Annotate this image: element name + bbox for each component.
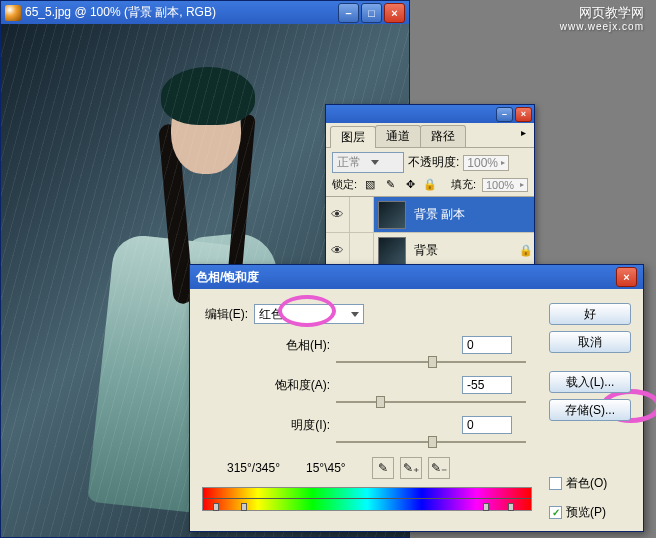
layer-row[interactable]: 👁 背景 副本 — [326, 197, 534, 233]
hue-saturation-dialog: 色相/饱和度 × 编辑(E): 红色 色相(H): 0 饱和度(A): -55 … — [189, 264, 644, 532]
layer-name[interactable]: 背景 — [410, 242, 518, 259]
lock-pixels-icon[interactable]: ✎ — [383, 178, 397, 191]
preview-checkbox[interactable]: ✓预览(P) — [549, 504, 631, 521]
save-button[interactable]: 存储(S)... — [549, 399, 631, 421]
eyedropper-minus-icon[interactable]: ✎₋ — [428, 457, 450, 479]
eyedropper-icon[interactable]: ✎ — [372, 457, 394, 479]
ok-button[interactable]: 好 — [549, 303, 631, 325]
doc-titlebar[interactable]: 65_5.jpg @ 100% (背景 副本, RGB) – □ × — [1, 1, 409, 24]
panel-close-button[interactable]: × — [515, 107, 532, 122]
layer-thumb[interactable] — [378, 237, 406, 265]
lock-label: 锁定: — [332, 177, 357, 192]
edit-select[interactable]: 红色 — [254, 304, 364, 324]
lightness-input[interactable]: 0 — [462, 416, 512, 434]
dialog-title: 色相/饱和度 — [196, 269, 616, 286]
tab-paths[interactable]: 路径 — [420, 125, 466, 147]
saturation-input[interactable]: -55 — [462, 376, 512, 394]
hue-input[interactable]: 0 — [462, 336, 512, 354]
fill-label: 填充: — [451, 177, 476, 192]
colorize-checkbox[interactable]: 着色(O) — [549, 475, 631, 492]
link-cell[interactable] — [350, 233, 374, 268]
range-right: 15°\45° — [306, 461, 346, 475]
eyedropper-plus-icon[interactable]: ✎₊ — [400, 457, 422, 479]
eye-icon[interactable]: 👁 — [326, 233, 350, 268]
tab-channels[interactable]: 通道 — [375, 125, 421, 147]
saturation-label: 饱和度(A): — [272, 377, 330, 394]
lightness-label: 明度(I): — [272, 417, 330, 434]
lock-all-icon[interactable]: 🔒 — [423, 178, 437, 191]
watermark-top: 网页教学网 www.weejx.com — [560, 6, 644, 34]
cancel-button[interactable]: 取消 — [549, 331, 631, 353]
color-range-bar[interactable] — [202, 487, 532, 511]
doc-title: 65_5.jpg @ 100% (背景 副本, RGB) — [25, 4, 338, 21]
link-cell[interactable] — [350, 197, 374, 232]
doc-icon — [5, 5, 21, 21]
lock-icon: 🔒 — [518, 244, 534, 257]
close-button[interactable]: × — [384, 3, 405, 23]
lock-transparency-icon[interactable]: ▧ — [363, 178, 377, 191]
opacity-label: 不透明度: — [408, 154, 459, 171]
dialog-titlebar[interactable]: 色相/饱和度 × — [190, 265, 643, 289]
lightness-slider[interactable] — [336, 435, 526, 449]
fill-value[interactable]: 100%▸ — [482, 178, 528, 192]
edit-label: 编辑(E): — [202, 306, 248, 323]
layer-name[interactable]: 背景 副本 — [410, 206, 534, 223]
dialog-close-button[interactable]: × — [616, 267, 637, 287]
range-left: 315°/345° — [202, 461, 280, 475]
maximize-button[interactable]: □ — [361, 3, 382, 23]
lock-position-icon[interactable]: ✥ — [403, 178, 417, 191]
panel-titlebar[interactable]: – × — [326, 105, 534, 123]
eye-icon[interactable]: 👁 — [326, 197, 350, 232]
saturation-slider[interactable] — [336, 395, 526, 409]
layers-panel: – × 图层 通道 路径 ▸ 正常 不透明度: 100%▸ 锁定: ▧ ✎ ✥ … — [325, 104, 535, 269]
panel-minimize-button[interactable]: – — [496, 107, 513, 122]
blend-mode-select[interactable]: 正常 — [332, 152, 404, 173]
minimize-button[interactable]: – — [338, 3, 359, 23]
layer-list: 👁 背景 副本 👁 背景 🔒 — [326, 196, 534, 269]
panel-menu-icon[interactable]: ▸ — [517, 125, 530, 147]
opacity-value[interactable]: 100%▸ — [463, 155, 509, 171]
load-button[interactable]: 载入(L)... — [549, 371, 631, 393]
layer-thumb[interactable] — [378, 201, 406, 229]
hue-slider[interactable] — [336, 355, 526, 369]
tab-layers[interactable]: 图层 — [330, 126, 376, 148]
hue-label: 色相(H): — [272, 337, 330, 354]
